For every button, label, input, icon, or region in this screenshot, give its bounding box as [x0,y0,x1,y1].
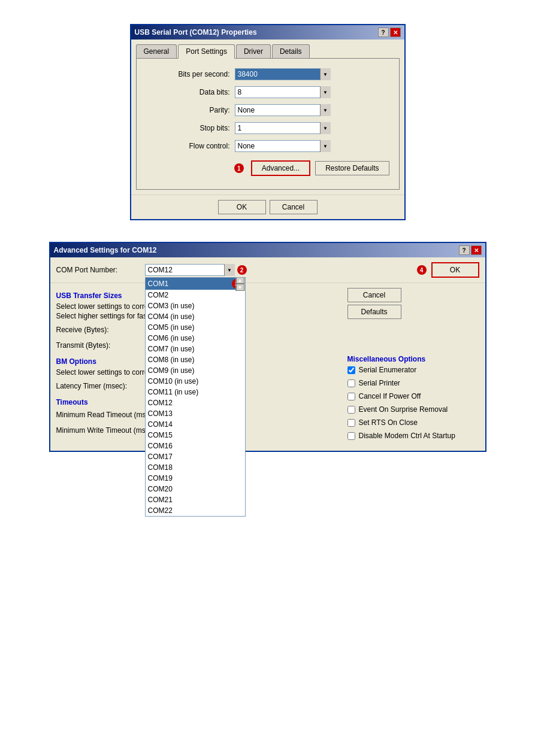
restore-defaults-button[interactable]: Restore Defaults [315,161,389,175]
com-port-dropdown-container: ▼ 2 COM1 3 ▲ ▼ [145,264,248,276]
tab-general[interactable]: General [136,44,177,58]
dialog2-main: USB Transfer Sizes Select lower settings… [50,283,485,451]
com-port-dropdown-arrow[interactable]: ▼ [224,264,235,276]
dropdown-item-com5[interactable]: COM5 (in use) [146,322,245,333]
dialog1-footer: OK Cancel [131,195,404,219]
help-button[interactable]: ? [378,28,389,37]
parity-row: Parity: None ▼ [146,104,389,116]
misc-item-5: Disable Modem Ctrl At Startup [347,432,479,440]
dropdown-item-com2[interactable]: COM2 [146,290,245,300]
latency-label: Latency Timer (msec): [56,382,152,390]
defaults-button-dialog2[interactable]: Defaults [347,305,401,319]
stop-bits-select[interactable]: 1 [235,122,331,134]
dialog1-content: General Port Settings Driver Details Bit… [131,40,404,195]
dropdown-item-com15[interactable]: COM15 [146,430,245,441]
tab-port-settings[interactable]: Port Settings [178,44,235,59]
bits-per-second-row: Bits per second: 38400 ▼ [146,68,389,80]
dropdown-item-com8[interactable]: COM8 (in use) [146,354,245,365]
bits-per-second-select[interactable]: 38400 [235,68,331,80]
scroll-down[interactable]: ▼ [236,284,244,291]
dropdown-item-com9[interactable]: COM9 (in use) [146,365,245,376]
tab-details[interactable]: Details [272,44,310,58]
dropdown-item-com1[interactable]: COM1 3 ▲ ▼ [146,278,245,290]
misc-options-label: Miscellaneous Options [347,355,479,363]
dropdown-item-com16[interactable]: COM16 [146,441,245,451]
transmit-label: Transmit (Bytes): [56,341,152,350]
dialog2-titlebar: Advanced Settings for COM12 ? ✕ [50,243,485,257]
dropdown-item-com6[interactable]: COM6 (in use) [146,333,245,344]
cancel-power-off-checkbox[interactable] [347,393,355,400]
titlebar-buttons: ? ✕ [378,28,401,37]
advanced-button[interactable]: Advanced... [251,160,310,176]
right-buttons-group: Cancel Defaults [347,288,479,319]
close-button[interactable]: ✕ [390,28,401,37]
dropdown-item-com11[interactable]: COM11 (in use) [146,387,245,397]
com-port-dropdown[interactable]: COM1 3 ▲ ▼ COM2 COM3 (in use) COM4 (in u… [145,277,246,517]
data-bits-row: Data bits: 8 ▼ [146,86,389,98]
badge-1: 1 [234,163,244,173]
bits-per-second-wrapper: 38400 ▼ [235,68,331,80]
dialog1-title: USB Serial Port (COM12) Properties [135,28,257,37]
dropdown-item-com19[interactable]: COM19 [146,473,245,484]
badge-2: 2 [237,265,247,275]
dropdown-item-com17[interactable]: COM17 [146,451,245,462]
dropdown-item-com13[interactable]: COM13 [146,408,245,419]
serial-printer-label: Serial Printer [359,379,400,387]
event-surprise-removal-label: Event On Surprise Removal [359,405,448,414]
com-port-input[interactable] [145,264,235,276]
tabs: General Port Settings Driver Details [136,44,400,58]
stop-bits-wrapper: 1 ▼ [235,122,331,134]
dropdown-item-com18[interactable]: COM18 [146,462,245,473]
flow-control-row: Flow control: None ▼ [146,140,389,152]
modem-ctrl-startup-checkbox[interactable] [347,432,355,440]
misc-item-2: Cancel If Power Off [347,392,479,400]
ok-button-area: 4 OK [417,262,479,278]
data-bits-select[interactable]: 8 [235,86,331,98]
dropdown-item-com20[interactable]: COM20 [146,484,245,494]
com-port-label: COM Port Number: [56,266,140,274]
dialog2-help-button[interactable]: ? [459,245,470,255]
misc-item-3: Event On Surprise Removal [347,405,479,414]
data-bits-wrapper: 8 ▼ [235,86,331,98]
cancel-button-dialog2[interactable]: Cancel [347,288,401,302]
rts-close-checkbox[interactable] [347,419,355,427]
dropdown-item-com23[interactable]: COM23 [146,516,245,517]
misc-item-4: Set RTS On Close [347,418,479,427]
event-surprise-removal-checkbox[interactable] [347,406,355,414]
flow-control-select[interactable]: None [235,140,331,152]
rts-close-label: Set RTS On Close [359,418,418,427]
scrollbar-track[interactable]: ▲ ▼ [235,277,245,291]
ok-button-dialog2[interactable]: OK [431,262,479,278]
misc-options: Miscellaneous Options Serial Enumerator … [347,355,479,440]
dropdown-item-com22[interactable]: COM22 [146,505,245,516]
modem-ctrl-startup-label: Disable Modem Ctrl At Startup [359,432,455,440]
ok-button-dialog1[interactable]: OK [218,200,266,214]
scroll-up[interactable]: ▲ [236,277,244,284]
com-port-select-row: ▼ 2 [145,264,248,276]
badge-4: 4 [417,265,427,275]
tab-driver[interactable]: Driver [236,44,271,58]
dropdown-item-com12[interactable]: COM12 [146,397,245,408]
port-settings-panel: Bits per second: 38400 ▼ Data bits: 8 [136,58,400,190]
receive-label: Receive (Bytes): [56,326,152,334]
parity-label: Parity: [146,106,230,114]
data-bits-label: Data bits: [146,88,230,96]
flow-control-wrapper: None ▼ [235,140,331,152]
dialog2-close-button[interactable]: ✕ [471,245,482,255]
parity-select[interactable]: None [235,104,331,116]
cancel-button-dialog1[interactable]: Cancel [270,200,318,214]
dropdown-item-com21[interactable]: COM21 [146,494,245,505]
bits-per-second-label: Bits per second: [146,70,230,78]
com-port-select-wrapper: ▼ [145,264,235,276]
stop-bits-label: Stop bits: [146,124,230,132]
dropdown-item-com7[interactable]: COM7 (in use) [146,344,245,354]
serial-printer-checkbox[interactable] [347,379,355,387]
dropdown-item-com3[interactable]: COM3 (in use) [146,300,245,311]
dropdown-item-com4[interactable]: COM4 (in use) [146,311,245,322]
cancel-power-off-label: Cancel If Power Off [359,392,421,400]
dropdown-item-com14[interactable]: COM14 [146,419,245,430]
serial-enumerator-checkbox[interactable] [347,366,355,374]
dialog2-titlebar-buttons: ? ✕ [459,245,482,255]
misc-item-1: Serial Printer [347,379,479,387]
dropdown-item-com10[interactable]: COM10 (in use) [146,376,245,387]
